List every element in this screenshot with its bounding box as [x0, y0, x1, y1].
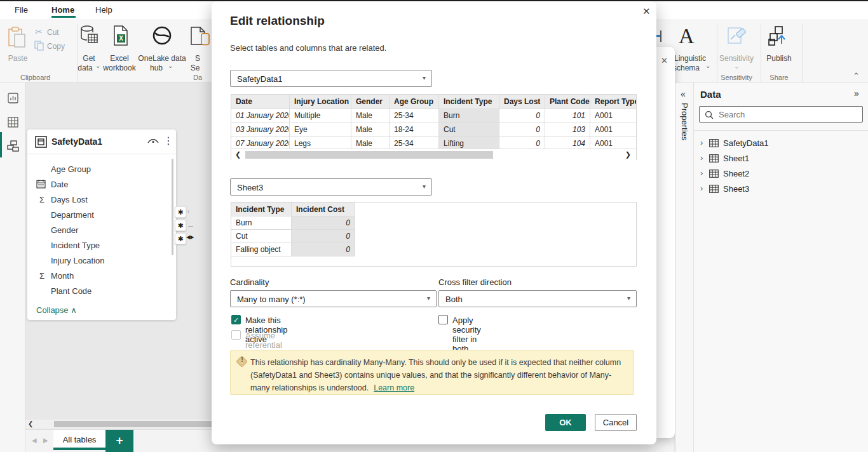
field-injury-location[interactable]: Injury Location: [27, 253, 167, 269]
table-icon: [35, 136, 47, 148]
linguistic-schema-icon[interactable]: A: [679, 24, 695, 48]
dialog-close-icon[interactable]: ✕: [642, 6, 651, 17]
field-gender[interactable]: Gender: [27, 223, 167, 238]
tree-item-sheet3[interactable]: › Sheet3: [694, 182, 868, 197]
publish-icon[interactable]: [768, 25, 789, 47]
get-data-icon[interactable]: [80, 25, 98, 46]
sql-label-1[interactable]: S: [188, 54, 207, 63]
excel-label-2[interactable]: workbook: [100, 63, 139, 72]
onelake-label-2[interactable]: hub: [144, 63, 169, 72]
onelake-icon[interactable]: [152, 25, 172, 46]
field-age-group[interactable]: Age Group: [27, 162, 167, 177]
onelake-chevron-icon: ⌄: [168, 62, 173, 69]
tree-item-sheet2[interactable]: › Sheet2: [694, 166, 868, 182]
excel-label-1[interactable]: Excel: [105, 54, 134, 63]
scroll-left-arrow[interactable]: ❮: [235, 150, 241, 159]
field-days-lost[interactable]: Σ Days Lost: [27, 192, 167, 208]
paste-button[interactable]: Paste: [5, 54, 31, 63]
chevron-right-icon[interactable]: ›: [700, 153, 703, 163]
cardinality-select[interactable]: Many to many (*:*) ▾: [230, 290, 437, 307]
scroll-right-arrow[interactable]: ❯: [625, 150, 631, 159]
learn-more-link[interactable]: Learn more: [374, 383, 414, 392]
checkbox-disabled-icon: [231, 330, 241, 340]
menu-file[interactable]: File: [15, 5, 28, 15]
field-date[interactable]: Date: [27, 177, 167, 192]
tree-item-safetydata1[interactable]: › SafetyData1: [694, 136, 868, 151]
tree-item-sheet1[interactable]: › Sheet1: [694, 151, 868, 166]
chevron-right-icon[interactable]: ›: [700, 138, 703, 147]
checkbox-checked-icon[interactable]: ✓: [231, 315, 241, 324]
copy-button[interactable]: Copy: [47, 42, 65, 51]
crossfilter-select[interactable]: Both ▾: [438, 290, 637, 307]
relationship-many-marker[interactable]: ✱: [175, 233, 186, 244]
sql-label-2[interactable]: Se: [186, 63, 205, 72]
table1-header-row: Date Injury Location Gender Age Group In…: [231, 95, 636, 109]
data-pane-title: Data: [700, 89, 721, 100]
publish-button[interactable]: Publish: [764, 54, 794, 63]
dialog-subtitle: Select tables and columns that are relat…: [230, 43, 386, 53]
tab-all-tables[interactable]: All tables: [53, 430, 105, 450]
relationship-line-fragment: ›: [187, 208, 189, 215]
onelake-label-1[interactable]: OneLake data: [137, 54, 187, 63]
table1-hscrollbar-thumb[interactable]: [245, 151, 493, 159]
ribbon-collapse-chevron[interactable]: ⌃: [853, 71, 860, 81]
edit-relationship-dialog: ✕ Edit relationship Select tables and co…: [212, 1, 656, 444]
collapse-chevron-icon: ∧: [71, 305, 77, 315]
search-input[interactable]: [717, 108, 857, 121]
table-view-icon[interactable]: [8, 117, 18, 128]
table-card-safetydata1[interactable]: SafetyData1 ⋮ Age Group Date Σ Days Lost…: [27, 130, 176, 320]
eye-icon[interactable]: [147, 136, 159, 147]
dropdown-caret-icon: ▾: [427, 295, 430, 302]
relationship-line-fragment: [188, 226, 193, 227]
model-view-icon[interactable]: [7, 140, 19, 152]
excel-workbook-icon[interactable]: X: [112, 25, 128, 46]
kebab-menu-icon[interactable]: ⋮: [163, 135, 173, 147]
add-table-tab-button[interactable]: +: [105, 430, 133, 452]
relationship-many-marker[interactable]: ✱: [175, 206, 186, 218]
bidirectional-filter-icon: ◀▶: [186, 234, 194, 240]
cancel-button[interactable]: Cancel: [595, 414, 637, 431]
tab-prev-arrow[interactable]: ◀: [32, 437, 37, 444]
field-incident-type[interactable]: Incident Type: [27, 238, 167, 253]
table1-selector[interactable]: SafetyData1 ▾: [230, 70, 432, 87]
field-plant-code[interactable]: Plant Code: [27, 284, 167, 299]
search-box[interactable]: [699, 106, 863, 123]
sigma-icon: Σ: [36, 270, 48, 282]
expand-properties-icon[interactable]: «: [681, 89, 686, 99]
ok-button[interactable]: OK: [545, 414, 586, 431]
table2-selector[interactable]: Sheet3 ▾: [230, 178, 432, 196]
relationship-many-marker[interactable]: ✱: [175, 220, 186, 231]
background-dialog-edge: ✕: [656, 47, 675, 438]
background-dialog-close-icon[interactable]: ✕: [661, 56, 668, 65]
field-month[interactable]: Σ Month: [27, 269, 167, 284]
cut-icon: ✂: [35, 27, 43, 37]
report-view-icon[interactable]: [8, 93, 18, 103]
tab-next-arrow[interactable]: ▶: [43, 437, 48, 444]
sensitivity-icon: [726, 25, 747, 47]
properties-pane-label[interactable]: Properties: [680, 103, 689, 140]
active-view-indicator: [0, 132, 2, 157]
warning-exclamation: !: [239, 356, 245, 363]
table-card-header[interactable]: SafetyData1 ⋮: [27, 130, 176, 154]
table-icon: [709, 170, 719, 178]
properties-pane-collapsed: « Properties: [675, 83, 694, 452]
search-icon: [705, 110, 714, 119]
field-department[interactable]: Department: [27, 208, 167, 223]
linguistic-label-1[interactable]: Linguistic: [670, 54, 710, 63]
sensitivity-button: Sensitivity: [717, 54, 756, 63]
menu-help[interactable]: Help: [95, 5, 112, 15]
table1-hscrollbar[interactable]: ❮ ❯: [231, 149, 636, 160]
table-card-title: SafetyData1: [51, 136, 102, 147]
collapse-data-pane-icon[interactable]: »: [854, 88, 859, 98]
checkbox-unchecked-icon[interactable]: [438, 315, 448, 324]
paste-icon[interactable]: [8, 27, 27, 48]
card-scrollbar[interactable]: [172, 159, 173, 255]
cut-button[interactable]: Cut: [47, 28, 59, 37]
get-data-label-1[interactable]: Get: [75, 54, 103, 63]
menu-home[interactable]: Home: [51, 5, 74, 15]
scroll-left-arrow[interactable]: ❮: [28, 420, 33, 427]
sql-server-icon[interactable]: [190, 27, 210, 48]
collapse-link[interactable]: Collapse ∧: [36, 305, 77, 315]
chevron-right-icon[interactable]: ›: [700, 168, 703, 178]
chevron-right-icon[interactable]: ›: [700, 183, 703, 193]
